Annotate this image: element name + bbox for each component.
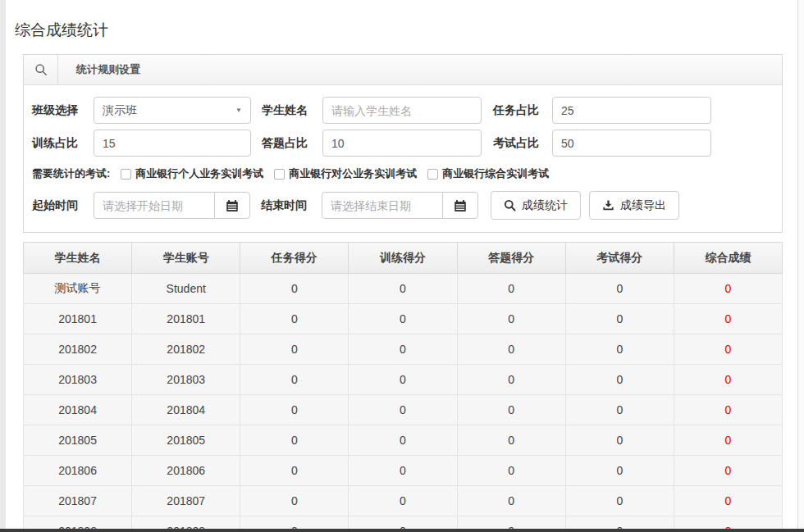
score-cell: 201806 (132, 456, 240, 486)
table-row: 测试账号Student00000 (24, 274, 783, 304)
score-cell: 0 (457, 425, 565, 456)
score-cell: 0 (349, 334, 457, 365)
score-cell: 201807 (24, 486, 132, 516)
start-date-input[interactable] (94, 192, 215, 219)
end-date-input[interactable] (322, 192, 443, 219)
student-name-input[interactable] (322, 97, 482, 124)
score-cell: 201805 (132, 425, 240, 456)
score-cell: 0 (240, 395, 349, 425)
exam-ratio-input[interactable] (552, 130, 711, 157)
score-cell: 0 (457, 365, 565, 395)
score-cell: 测试账号 (24, 274, 132, 304)
panel-title: 统计规则设置 (76, 62, 140, 77)
score-cell: 0 (349, 304, 457, 334)
end-date-calendar-button[interactable] (442, 192, 478, 219)
search-icon (504, 199, 516, 211)
download-icon (602, 199, 614, 211)
total-score-cell: 0 (674, 334, 782, 365)
exam-checkbox[interactable] (121, 169, 131, 180)
score-cell: 0 (240, 274, 349, 304)
scrollbar-track[interactable] (797, 0, 804, 532)
end-date-label: 结束时间 (261, 198, 322, 213)
filter-panel-header: 统计规则设置 (24, 55, 782, 85)
score-cell: 0 (565, 395, 674, 425)
exam-checkbox-row-label: 需要统计的考试: (32, 166, 110, 181)
table-row: 20180520180500000 (24, 425, 783, 456)
header-divider (57, 55, 58, 84)
total-score-cell: 0 (674, 304, 782, 334)
chevron-down-icon: ▼ (235, 107, 242, 114)
score-cell: 201801 (24, 304, 132, 334)
score-statistics-button[interactable]: 成绩统计 (491, 191, 581, 220)
column-header: 答题得分 (457, 243, 565, 274)
exam-checkbox-item[interactable]: 商业银行综合实训考试 (427, 166, 549, 181)
exam-checkbox[interactable] (427, 169, 438, 180)
score-table: 学生姓名学生账号任务得分训练得分答题得分考试得分综合成绩 测试账号Student… (23, 242, 783, 532)
page-left-gutter (0, 0, 6, 532)
calendar-icon (226, 199, 239, 212)
date-row: 起始时间 结束时间 成绩统计 成绩导出 (32, 191, 782, 220)
score-export-button[interactable]: 成绩导出 (589, 191, 679, 220)
score-cell: 201801 (132, 304, 240, 334)
exam-checkbox-label: 商业银行综合实训考试 (442, 166, 549, 181)
score-cell: 201807 (132, 486, 240, 516)
score-cell: 201806 (24, 456, 132, 486)
table-row: 20180320180300000 (24, 365, 783, 395)
score-cell: 0 (457, 274, 565, 304)
score-cell: 201804 (132, 395, 240, 425)
class-select[interactable]: 演示班 ▼ (94, 97, 251, 124)
column-header: 训练得分 (349, 243, 457, 274)
score-cell: 0 (240, 304, 349, 334)
table-row: 20180620180600000 (24, 456, 783, 486)
task-ratio-input[interactable] (552, 97, 711, 124)
column-header: 学生账号 (132, 243, 240, 274)
score-cell: 0 (240, 486, 349, 516)
score-cell: 0 (349, 274, 457, 304)
answer-ratio-input[interactable] (322, 130, 482, 157)
class-select-value: 演示班 (103, 103, 137, 118)
exam-ratio-label: 考试占比 (493, 136, 552, 151)
score-table-head: 学生姓名学生账号任务得分训练得分答题得分考试得分综合成绩 (24, 243, 783, 274)
score-cell: 0 (457, 334, 565, 365)
train-ratio-group: 训练占比 (32, 130, 251, 157)
filter-panel-body: 班级选择 演示班 ▼ 学生姓名 任务占比 训练占比 答题占比 (24, 85, 782, 232)
total-score-cell: 0 (674, 395, 782, 425)
exam-checkbox-row: 需要统计的考试: 商业银行个人业务实训考试商业银行对公业务实训考试商业银行综合实… (32, 166, 782, 182)
score-cell: 201804 (24, 395, 132, 425)
total-score-cell: 0 (674, 425, 782, 456)
student-name-group: 学生姓名 (251, 97, 482, 124)
score-table-body: 测试账号Student00000201801201801000002018022… (24, 274, 783, 532)
task-ratio-label: 任务占比 (493, 103, 552, 118)
exam-checkbox-item[interactable]: 商业银行个人业务实训考试 (121, 166, 263, 181)
start-date-calendar-button[interactable] (214, 192, 250, 219)
score-export-label: 成绩导出 (620, 198, 666, 213)
page-title: 综合成绩统计 (15, 20, 108, 41)
filter-row-2: 训练占比 答题占比 考试占比 (32, 130, 782, 157)
train-ratio-label: 训练占比 (32, 136, 94, 151)
score-cell: 0 (240, 456, 349, 486)
table-row: 20180720180700000 (24, 486, 783, 516)
task-ratio-group: 任务占比 (482, 97, 711, 124)
column-header: 综合成绩 (674, 243, 782, 274)
exam-checkbox[interactable] (274, 169, 285, 180)
class-select-group: 班级选择 演示班 ▼ (32, 97, 251, 124)
score-cell: 201803 (132, 365, 240, 395)
score-cell: 0 (349, 456, 457, 486)
score-cell: 0 (565, 365, 674, 395)
footer-bar-edge (0, 529, 804, 532)
score-cell: 201802 (24, 334, 132, 365)
score-cell: 0 (457, 304, 565, 334)
exam-checkbox-label: 商业银行对公业务实训考试 (289, 166, 417, 181)
total-score-cell: 0 (674, 456, 782, 486)
answer-ratio-label: 答题占比 (262, 136, 322, 151)
score-cell: 201802 (132, 334, 240, 365)
student-name-label: 学生姓名 (262, 103, 322, 118)
exam-checkbox-item[interactable]: 商业银行对公业务实训考试 (274, 166, 417, 181)
total-score-cell: 0 (674, 486, 782, 516)
score-cell: 0 (240, 334, 349, 365)
start-date-label: 起始时间 (32, 198, 94, 213)
score-cell: 0 (349, 486, 457, 516)
end-date-group: 结束时间 (250, 192, 478, 219)
train-ratio-input[interactable] (94, 130, 251, 157)
table-row: 20180420180400000 (24, 395, 783, 425)
